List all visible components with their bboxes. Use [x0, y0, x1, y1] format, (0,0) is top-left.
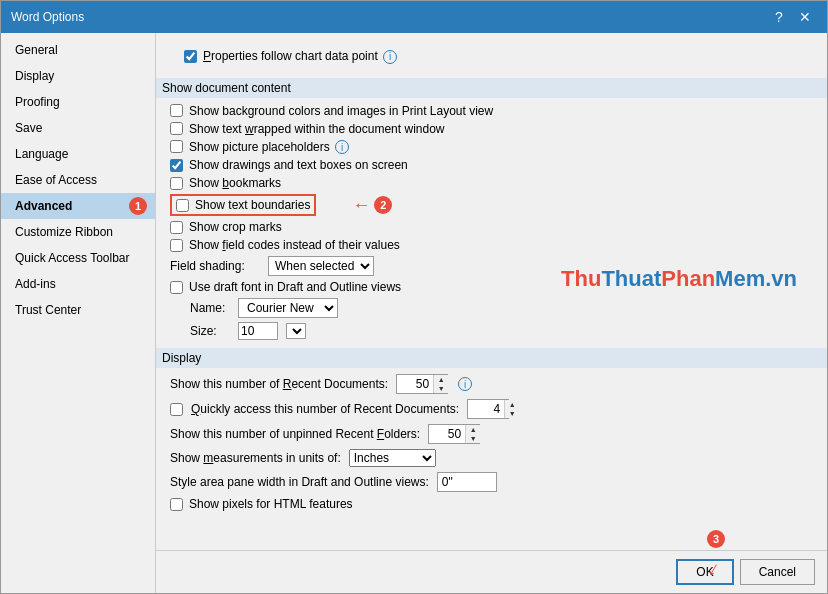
- cb-field-codes[interactable]: [170, 239, 183, 252]
- checkbox-field-codes: Show field codes instead of their values: [170, 238, 813, 252]
- title-bar-controls: ? ✕: [767, 7, 817, 27]
- font-size-input[interactable]: [238, 322, 278, 340]
- properties-row: Properties follow chart data point i: [184, 49, 799, 64]
- style-area-input[interactable]: [437, 472, 497, 492]
- section-display: Display: [156, 348, 827, 368]
- checkbox-text-boundaries-row: Show text boundaries ← 2: [170, 194, 813, 216]
- spinner-buttons: ▲ ▼: [433, 375, 448, 393]
- section-document-content: Show document content: [156, 78, 827, 98]
- sidebar-item-advanced[interactable]: Advanced 1: [1, 193, 155, 219]
- help-button[interactable]: ?: [767, 7, 791, 27]
- properties-follow-checkbox[interactable]: [184, 50, 197, 63]
- text-boundaries-highlight: Show text boundaries: [170, 194, 316, 216]
- cb-crop-marks[interactable]: [170, 221, 183, 234]
- checkbox-picture-placeholders: Show picture placeholders i: [170, 140, 813, 155]
- cb-draft-font[interactable]: [170, 281, 183, 294]
- recent-folders-spinner: ▲ ▼: [428, 424, 480, 444]
- badge-2: 2: [374, 196, 392, 214]
- font-name-select[interactable]: Courier New: [238, 298, 338, 318]
- arrow2-icon: ←: [352, 195, 370, 216]
- word-options-dialog: Word Options ? ✕ General Display Proofin…: [0, 0, 828, 594]
- cb-bookmarks[interactable]: [170, 177, 183, 190]
- font-name-label: Name:: [190, 301, 230, 315]
- checkbox-drawings: Show drawings and text boxes on screen: [170, 158, 813, 172]
- close-button[interactable]: ✕: [793, 7, 817, 27]
- badge2-container: ← 2: [352, 195, 392, 216]
- quick-access-spin-btns: ▲ ▼: [504, 400, 519, 418]
- picture-info-icon[interactable]: i: [335, 140, 349, 154]
- quick-access-input[interactable]: [468, 400, 504, 418]
- sidebar-item-quick-access[interactable]: Quick Access Toolbar: [1, 245, 155, 271]
- cb-text-wrapped[interactable]: [170, 122, 183, 135]
- rf-spin-down[interactable]: ▼: [466, 434, 480, 443]
- quick-access-spinner: ▲ ▼: [467, 399, 509, 419]
- field-shading-label: Field shading:: [170, 259, 260, 273]
- rf-spin-btns: ▲ ▼: [465, 425, 480, 443]
- dialog-title: Word Options: [11, 10, 84, 24]
- qa-spin-up[interactable]: ▲: [505, 400, 519, 409]
- trust-center-label: Trust Center: [15, 303, 81, 317]
- badge-1: 1: [129, 197, 147, 215]
- badge-3: 3: [707, 530, 725, 548]
- field-shading-row: Field shading: Never Always When selecte…: [170, 256, 813, 276]
- properties-follow-label: Properties follow chart data point i: [203, 49, 397, 64]
- recent-docs-spinner: ▲ ▼: [396, 374, 448, 394]
- style-area-row: Style area pane width in Draft and Outli…: [170, 472, 813, 492]
- sidebar-item-display[interactable]: Display: [1, 63, 155, 89]
- recent-docs-info-icon[interactable]: i: [458, 377, 472, 391]
- dialog-body: General Display Proofing Save Language E…: [1, 33, 827, 593]
- sidebar: General Display Proofing Save Language E…: [1, 33, 156, 593]
- cb-text-boundaries[interactable]: [176, 199, 189, 212]
- recent-docs-row: Show this number of Recent Documents: ▲ …: [170, 374, 813, 394]
- name-row: Name: Courier New: [190, 298, 813, 318]
- font-size-label: Size:: [190, 324, 230, 338]
- sidebar-item-trust-center[interactable]: Trust Center: [1, 297, 155, 323]
- scroll-area[interactable]: Properties follow chart data point i Sho…: [156, 33, 827, 550]
- qa-spin-down[interactable]: ▼: [505, 409, 519, 418]
- checkbox-draft-font: Use draft font in Draft and Outline view…: [170, 280, 813, 294]
- cb-html-pixels[interactable]: [170, 498, 183, 511]
- size-row: Size: ▼: [190, 322, 813, 340]
- top-area: Properties follow chart data point i: [170, 43, 813, 70]
- recent-docs-input[interactable]: [397, 375, 433, 393]
- sidebar-item-add-ins[interactable]: Add-ins: [1, 271, 155, 297]
- sidebar-item-general[interactable]: General: [1, 37, 155, 63]
- text-boundaries-label: Show text boundaries: [195, 198, 310, 212]
- recent-folders-row: Show this number of unpinned Recent Fold…: [170, 424, 813, 444]
- checkbox-bookmarks: Show bookmarks: [170, 176, 813, 190]
- cb-drawings[interactable]: [170, 159, 183, 172]
- measurements-row: Show measurements in units of: Inches Ce…: [170, 449, 813, 467]
- recent-docs-label: Show this number of Recent Documents:: [170, 377, 388, 391]
- cb-quick-access[interactable]: [170, 403, 183, 416]
- cb-bg-colors[interactable]: [170, 104, 183, 117]
- sidebar-item-proofing[interactable]: Proofing: [1, 89, 155, 115]
- main-content: Properties follow chart data point i Sho…: [156, 33, 827, 593]
- checkbox-crop-marks: Show crop marks: [170, 220, 813, 234]
- checkbox-text-wrapped: Show text wrapped within the document wi…: [170, 122, 813, 136]
- dialog-footer: 3 ↓ OK Cancel: [156, 550, 827, 593]
- checkbox-bg-colors: Show background colors and images in Pri…: [170, 104, 813, 118]
- measurements-select[interactable]: Inches Centimeters Millimeters Points Pi…: [349, 449, 436, 467]
- field-shading-select[interactable]: Never Always When selected: [268, 256, 374, 276]
- cb-picture-placeholders[interactable]: [170, 140, 183, 153]
- sidebar-item-language[interactable]: Language: [1, 141, 155, 167]
- sidebar-item-save[interactable]: Save: [1, 115, 155, 141]
- spin-down[interactable]: ▼: [434, 384, 448, 393]
- title-bar: Word Options ? ✕: [1, 1, 827, 33]
- quick-access-row: Quickly access this number of Recent Doc…: [170, 399, 813, 419]
- sidebar-advanced-label: Advanced: [15, 199, 72, 213]
- properties-info-icon[interactable]: i: [383, 50, 397, 64]
- sidebar-item-customize-ribbon[interactable]: Customize Ribbon: [1, 219, 155, 245]
- cancel-button[interactable]: Cancel: [740, 559, 815, 585]
- font-size-select[interactable]: ▼: [286, 323, 306, 339]
- spin-up[interactable]: ▲: [434, 375, 448, 384]
- sidebar-item-ease-of-access[interactable]: Ease of Access: [1, 167, 155, 193]
- checkbox-html-pixels: Show pixels for HTML features: [170, 497, 813, 511]
- rf-spin-up[interactable]: ▲: [466, 425, 480, 434]
- recent-folders-input[interactable]: [429, 425, 465, 443]
